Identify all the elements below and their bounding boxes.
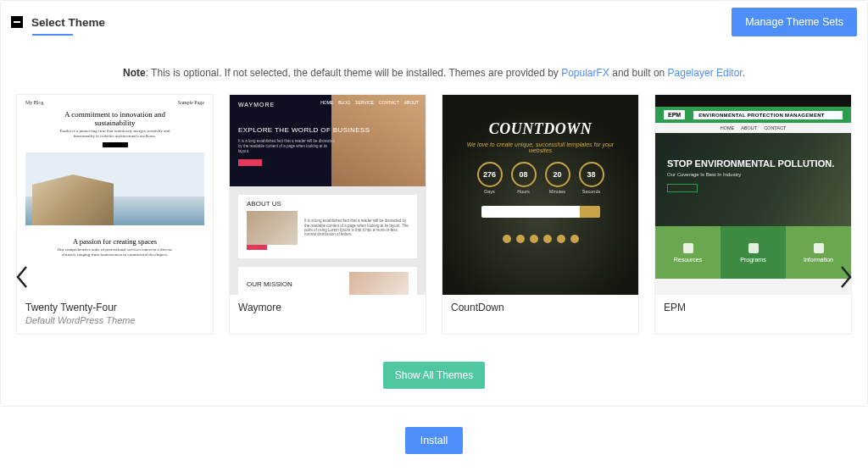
theme-meta: Twenty Twenty-Four Default WordPress The… — [17, 295, 213, 334]
thumb-h1: COUNTDOWN — [489, 120, 593, 138]
thumb-p: Études is a pioneering firm that seamles… — [56, 129, 174, 139]
ring-hours: 08 — [511, 162, 537, 187]
theme-meta: CountDown — [442, 295, 638, 322]
panel-header: Select Theme Manage Theme Sets — [1, 1, 867, 43]
theme-name: EPM — [664, 302, 843, 313]
note-line: Note: This is optional. If not selected,… — [14, 67, 854, 79]
popularfx-link[interactable]: PopularFX — [561, 67, 609, 79]
thumb-nav: HOMEBLOGSERVICECONTACTABOUT — [320, 100, 419, 105]
thumb-img — [349, 272, 409, 295]
theme-card-countdown[interactable]: COUNTDOWN We love to create unique, succ… — [442, 94, 639, 335]
thumb-hero-p: Our Coverage Is Best In Industry — [667, 172, 839, 177]
thumb-h2: A passion for creating spaces — [25, 237, 204, 246]
thumb-brand: My Blog — [25, 100, 44, 105]
panel-body: Note: This is optional. If not selected,… — [1, 43, 867, 406]
thumb-hero: STOP ENVIRONMENTAL POLLUTION. Our Covera… — [655, 133, 851, 226]
thumb-logo: EPM — [664, 110, 685, 119]
thumb-hero-btn — [667, 184, 698, 192]
thumb-bar — [247, 245, 267, 250]
thumb-txt: It is a long established fact that a rea… — [238, 139, 338, 154]
theme-card-waymore[interactable]: HOMEBLOGSERVICECONTACTABOUT WAYMORE EXPL… — [229, 94, 426, 335]
thumb-h1: A commitment to innovation and sustainab… — [51, 110, 179, 127]
info-icon — [814, 243, 824, 253]
thumb-col: It is a long established fact that a rea… — [304, 219, 409, 237]
install-button[interactable]: Install — [405, 427, 464, 454]
theme-thumbnail: EPM ENVIRONMENTAL PROTECTION MANAGEMENT … — [655, 95, 851, 295]
thumb-cols: Resources Programs Information — [655, 226, 851, 279]
ring-days: 276 — [477, 162, 503, 187]
note-text-1: : This is optional. If not selected, the… — [146, 67, 562, 79]
theme-meta: EPM — [655, 295, 851, 322]
tab-underline — [32, 34, 73, 36]
thumb-band — [655, 95, 851, 107]
theme-thumbnail: My BlogSample Page A commitment to innov… — [17, 95, 213, 295]
thumb-tag: We love to create unique, successfull te… — [456, 141, 625, 153]
thumb-form — [481, 206, 600, 218]
thumb-nav: Sample Page — [178, 100, 204, 105]
thumb-about: ABOUT US — [247, 200, 409, 208]
theme-name: CountDown — [451, 302, 630, 313]
show-all-themes-button[interactable]: Show All Themes — [383, 362, 486, 389]
thumb-dots — [503, 235, 579, 243]
next-arrow-icon[interactable] — [837, 263, 854, 296]
grid-icon — [748, 243, 759, 253]
theme-thumbnail: COUNTDOWN We love to create unique, succ… — [442, 95, 638, 295]
collapse-icon[interactable] — [11, 16, 23, 28]
theme-subtitle: Default WordPress Theme — [25, 315, 204, 325]
pagelayer-link[interactable]: Pagelayer Editor — [668, 67, 743, 79]
ring-seconds: 38 — [579, 162, 604, 187]
section-title: Select Theme — [31, 16, 105, 29]
theme-name: Waymore — [238, 302, 417, 313]
theme-thumbnail: HOMEBLOGSERVICECONTACTABOUT WAYMORE EXPL… — [230, 95, 426, 295]
select-theme-panel: Select Theme Manage Theme Sets Note: Thi… — [0, 0, 868, 407]
note-text-2: and built on — [609, 67, 668, 79]
thumb-btn — [103, 142, 128, 147]
manage-theme-sets-button[interactable]: Manage Theme Sets — [732, 8, 857, 36]
note-bold: Note — [123, 67, 146, 79]
theme-name: Twenty Twenty-Four — [25, 302, 204, 313]
note-text-3: . — [743, 67, 745, 79]
ring-minutes: 20 — [545, 162, 570, 187]
thumb-h1: EXPLORE THE WORLD OF BUSINESS — [238, 126, 417, 134]
thumb-menu: HOMEABOUTCONTACT — [655, 123, 851, 133]
thumb-photo — [25, 152, 204, 225]
thumb-mission: OUR MISSION — [247, 280, 292, 288]
theme-meta: Waymore — [230, 295, 426, 322]
thumb-title: ENVIRONMENTAL PROTECTION MANAGEMENT — [693, 111, 843, 119]
thumb-img — [247, 211, 298, 245]
themes-row: My BlogSample Page A commitment to innov… — [16, 94, 852, 335]
thumb-header: EPM ENVIRONMENTAL PROTECTION MANAGEMENT — [655, 107, 851, 123]
prev-arrow-icon[interactable] — [14, 263, 31, 296]
install-row: Install — [0, 427, 868, 454]
thumb-hero-h1: STOP ENVIRONMENTAL POLLUTION. — [667, 158, 839, 169]
leaf-icon — [683, 243, 693, 253]
theme-card-epm[interactable]: EPM ENVIRONMENTAL PROTECTION MANAGEMENT … — [654, 94, 852, 335]
thumb-cta — [238, 159, 262, 166]
thumb-p2: Our comprehensive suite of professional … — [56, 247, 174, 258]
thumb-rings: 276 08 20 38 — [477, 162, 604, 187]
thumb-labels: DaysHoursMinutesSeconds — [477, 189, 604, 194]
theme-card-twenty-twenty-four[interactable]: My BlogSample Page A commitment to innov… — [16, 94, 214, 335]
